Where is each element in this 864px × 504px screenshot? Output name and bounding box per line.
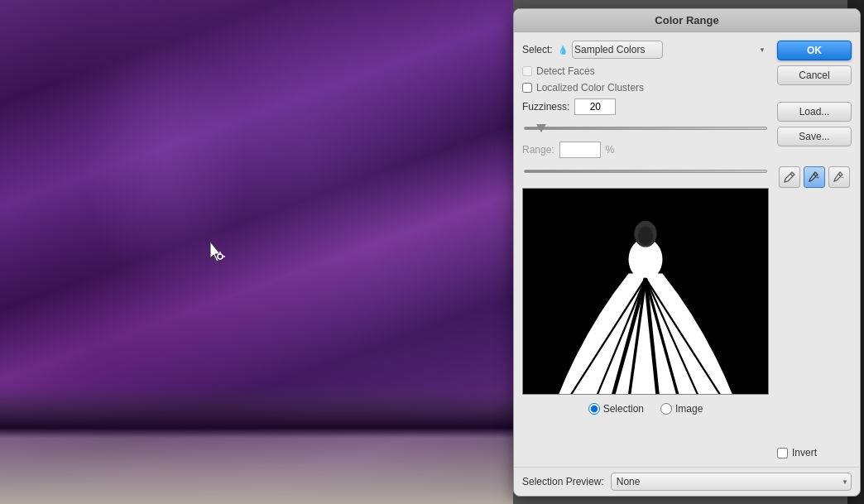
image-radio-item[interactable]: Image <box>660 403 703 415</box>
selection-preview-image <box>522 188 769 395</box>
select-label: Select: <box>522 44 553 55</box>
svg-text:+: + <box>816 175 819 180</box>
svg-point-7 <box>649 262 651 265</box>
range-slider-container[interactable] <box>522 163 769 180</box>
selection-radio-item[interactable]: Selection <box>588 403 644 415</box>
select-dropdown[interactable]: Sampled Colors <box>572 41 663 59</box>
ok-button[interactable]: OK <box>777 41 852 60</box>
dress-preview-svg <box>523 189 768 395</box>
background-image <box>0 0 513 504</box>
color-range-dialog: Color Range Select: 💧 Sampled Colors Det… <box>513 8 861 497</box>
fuzziness-slider-container[interactable] <box>522 120 769 137</box>
detect-faces-label: Detect Faces <box>536 65 595 77</box>
invert-checkbox[interactable] <box>777 448 788 458</box>
eyedropper-toolbar: + − <box>777 166 852 188</box>
selection-preview-label: Selection Preview: <box>522 476 604 487</box>
range-unit: % <box>606 144 615 156</box>
cancel-button[interactable]: Cancel <box>777 65 852 85</box>
svg-text:−: − <box>841 175 844 180</box>
fuzziness-slider-track <box>524 127 767 130</box>
dialog-title: Color Range <box>514 9 860 32</box>
svg-point-5 <box>638 227 653 246</box>
invert-label: Invert <box>792 447 817 458</box>
selection-radio[interactable] <box>588 403 600 415</box>
svg-point-10 <box>645 262 646 263</box>
image-radio-label: Image <box>675 403 703 415</box>
range-slider-track <box>524 170 767 173</box>
fuzziness-label: Fuzziness: <box>522 101 569 113</box>
localized-color-clusters-label: Localized Color Clusters <box>536 82 644 94</box>
save-button[interactable]: Save... <box>777 127 852 146</box>
select-dropdown-wrapper[interactable]: 💧 Sampled Colors <box>558 41 769 59</box>
preview-dropdown[interactable]: None Grayscale Black Matte White Matte Q… <box>611 473 852 491</box>
fuzziness-input[interactable] <box>574 98 616 115</box>
svg-point-8 <box>640 268 641 270</box>
svg-line-11 <box>790 174 793 176</box>
eyedropper-subtract-button[interactable]: − <box>828 166 850 188</box>
range-label: Range: <box>522 144 554 156</box>
localized-color-clusters-checkbox[interactable] <box>522 83 532 93</box>
range-input[interactable] <box>559 142 601 158</box>
eyedropper-sample-button[interactable] <box>779 166 800 188</box>
image-radio[interactable] <box>660 403 672 415</box>
svg-point-6 <box>632 264 636 268</box>
invert-row[interactable]: Invert <box>777 447 852 458</box>
load-button[interactable]: Load... <box>777 102 852 122</box>
selection-radio-label: Selection <box>603 403 644 415</box>
detect-faces-checkbox[interactable] <box>522 66 532 76</box>
eyedropper-add-button[interactable]: + <box>804 166 825 188</box>
preview-dropdown-wrapper[interactable]: None Grayscale Black Matte White Matte Q… <box>611 473 852 491</box>
svg-point-9 <box>655 265 659 269</box>
